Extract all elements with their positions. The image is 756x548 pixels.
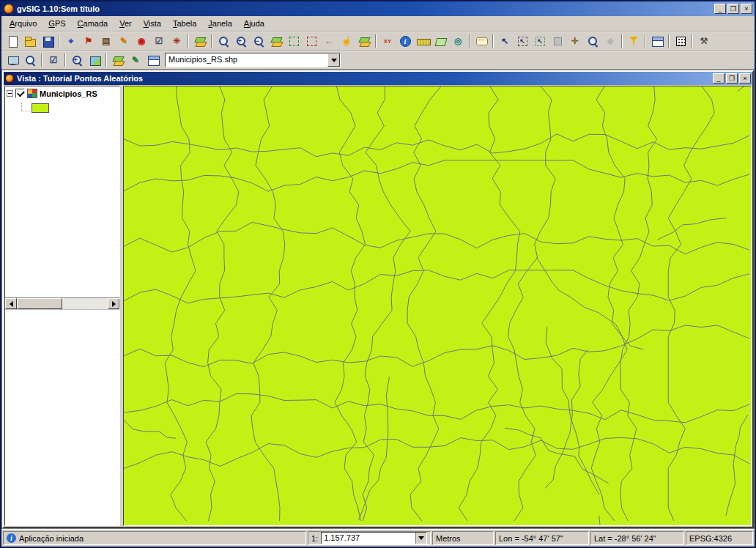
restore-button[interactable]: ❐ <box>727 4 739 14</box>
window-controls: _❐× <box>714 4 752 14</box>
attribute-table-button[interactable] <box>144 52 162 68</box>
zoom-tool-button[interactable] <box>215 33 232 49</box>
zoom-raster-button[interactable]: + <box>68 52 86 68</box>
vista-client: Municipios_RS <box>4 85 752 527</box>
zoom-in-icon: + <box>235 35 248 48</box>
zoom-out-button[interactable]: − <box>250 33 267 49</box>
layer-combo[interactable]: Municipios_RS.shp <box>165 53 341 67</box>
chevron-down-icon <box>418 536 424 540</box>
menu-camada[interactable]: Camada <box>72 17 114 30</box>
new-document-button[interactable] <box>4 33 21 49</box>
vista-minimize-button[interactable]: _ <box>713 73 724 84</box>
select-layer-button[interactable]: ✛ <box>566 33 584 49</box>
gps-route-button[interactable]: ⚑ <box>80 33 97 49</box>
toc-tree: Municipios_RS <box>5 86 119 297</box>
select-disabled-button[interactable] <box>549 33 566 49</box>
edit-session-button[interactable]: ☑ <box>45 52 62 68</box>
select-rect-icon: ↖ <box>516 35 529 48</box>
pan-button[interactable]: ☝ <box>338 33 355 49</box>
layer-row[interactable]: Municipios_RS <box>7 89 118 98</box>
gps-icon: ⌖ <box>65 35 78 48</box>
geoprocess-button[interactable]: ✳ <box>168 33 185 49</box>
vista-close-button[interactable]: × <box>739 73 751 84</box>
menu-tabela[interactable]: Tabela <box>167 17 202 30</box>
legend-swatch <box>32 103 49 113</box>
scale-dropdown-button[interactable] <box>415 533 426 544</box>
grid-matrix-button[interactable] <box>672 33 689 49</box>
measure-area-button[interactable] <box>431 33 449 49</box>
event-theme-button[interactable] <box>648 33 666 49</box>
locator-xy-button[interactable]: XY <box>379 33 396 49</box>
scroll-right-button[interactable] <box>108 298 119 309</box>
layout-button[interactable]: ▤ <box>97 33 115 49</box>
open-project-button[interactable] <box>21 33 39 49</box>
units-value: Metros <box>436 534 461 543</box>
vista-icon <box>5 74 14 83</box>
vista-titlebar[interactable]: Vista : Tutorial Pontos Aleatórios _❐× <box>4 72 752 85</box>
vista-title: Vista : Tutorial Pontos Aleatórios <box>17 74 143 83</box>
select-rect-button[interactable]: ↖ <box>514 33 531 49</box>
toc-hscrollbar[interactable] <box>5 297 119 309</box>
close-button[interactable]: × <box>741 4 752 14</box>
scale-panel: 1: 1.157.737 <box>308 531 431 545</box>
layer-checkbox[interactable] <box>15 89 25 98</box>
menu-janela[interactable]: Janela <box>202 17 237 30</box>
export-image-button[interactable] <box>86 52 103 68</box>
record-button[interactable]: ◉ <box>133 33 150 49</box>
edit-notes-button[interactable]: ☑ <box>150 33 168 49</box>
epsg-panel: EPSG:4326 <box>686 531 753 545</box>
zoom-full-button[interactable] <box>267 33 285 49</box>
info-status-icon: i <box>7 533 16 543</box>
measure-distance-button[interactable] <box>414 33 431 49</box>
zoom-previous-button[interactable] <box>303 33 320 49</box>
add-layer-icon <box>194 35 207 48</box>
scroll-thumb[interactable] <box>17 298 62 309</box>
scale-input[interactable]: 1.157.737 <box>321 532 427 544</box>
save-project-button[interactable] <box>39 33 56 49</box>
scroll-track[interactable] <box>17 298 108 309</box>
back-button[interactable]: ← <box>320 33 338 49</box>
menu-vista[interactable]: Vista <box>138 17 167 30</box>
zoom-in-button[interactable]: + <box>232 33 250 49</box>
menu-arquivo[interactable]: Arquivo <box>4 17 42 30</box>
tools-icon: ⚒ <box>698 35 711 48</box>
hyperlink-button[interactable]: ··· <box>472 33 490 49</box>
pencil-button[interactable]: ✎ <box>115 33 133 49</box>
toolbar-separator <box>188 34 189 48</box>
info-button[interactable]: i <box>396 33 414 49</box>
vista-restore-button[interactable]: ❐ <box>726 73 738 84</box>
zoom-manager-button[interactable] <box>21 52 39 68</box>
zoom-selection-button[interactable] <box>285 33 303 49</box>
gps-button[interactable]: ⌖ <box>62 33 80 49</box>
toolbar-separator <box>375 34 377 48</box>
diamond-disabled-button[interactable]: ◆ <box>601 33 619 49</box>
center-view-button[interactable]: ◎ <box>449 33 467 49</box>
vista-window: Vista : Tutorial Pontos Aleatórios _❐× M… <box>2 70 754 528</box>
menu-ajuda[interactable]: Ajuda <box>238 17 270 30</box>
minimize-button[interactable]: _ <box>714 4 726 14</box>
chevron-down-icon <box>331 59 337 62</box>
zoom-object-button[interactable] <box>584 33 601 49</box>
add-layer-button[interactable] <box>191 33 209 49</box>
scroll-left-button[interactable] <box>5 298 17 309</box>
symbology-button[interactable]: ✎ <box>127 52 144 68</box>
zoom-object-icon <box>587 35 599 48</box>
full-extent-button[interactable] <box>355 33 373 49</box>
layer-combo-dropdown-button[interactable] <box>327 53 340 67</box>
view-settings-button[interactable] <box>4 52 21 68</box>
zoom-tool-icon <box>218 35 230 48</box>
app-titlebar[interactable]: gvSIG 1.10:Sem título _❐× <box>1 1 755 16</box>
menu-ver[interactable]: Ver <box>114 17 138 30</box>
map-view[interactable] <box>123 86 752 526</box>
menu-gps[interactable]: GPS <box>42 17 71 30</box>
select-point-button[interactable]: ↖ <box>496 33 514 49</box>
status-message: Aplicação iniciada <box>19 534 84 543</box>
filter-button[interactable] <box>625 33 642 49</box>
tools-button[interactable]: ⚒ <box>695 33 713 49</box>
layer-label[interactable]: Municipios_RS <box>40 89 97 98</box>
export-layers-button[interactable] <box>109 52 127 68</box>
app-title: gvSIG 1.10:Sem título <box>17 4 100 13</box>
longitude-value: Lon = -54° 47' 57" <box>499 534 563 543</box>
tree-expander-icon[interactable] <box>7 90 13 97</box>
select-polygon-button[interactable]: ↖ <box>531 33 549 49</box>
